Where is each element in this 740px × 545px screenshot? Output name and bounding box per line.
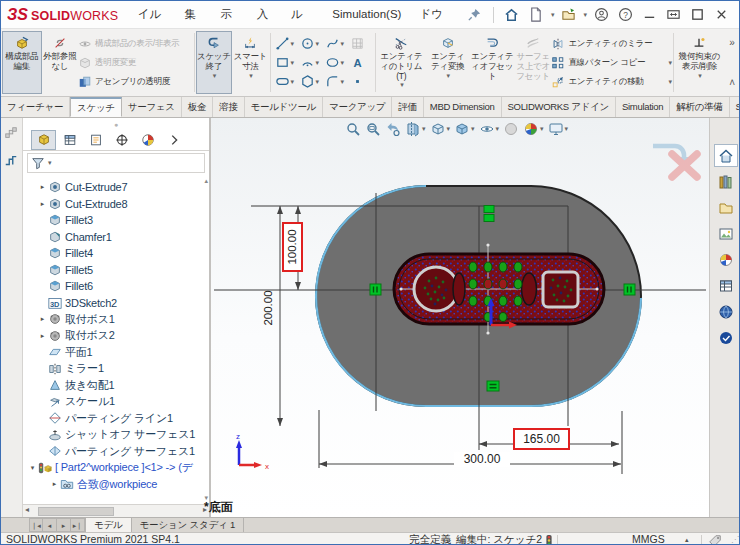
slot-tool-button[interactable]: ▾ bbox=[274, 73, 297, 91]
dim-height-inner[interactable]: 100.00 bbox=[286, 229, 298, 264]
next-tab-icon[interactable]: ▸ bbox=[57, 518, 71, 532]
change-transparency-button[interactable]: 透明度変更 bbox=[78, 54, 192, 71]
displaymanager-tab[interactable] bbox=[135, 130, 160, 150]
expand-arrow-icon[interactable]: ▸ bbox=[37, 183, 48, 191]
scroll-left-icon[interactable]: ◂ bbox=[25, 505, 29, 514]
minimize-icon[interactable] bbox=[639, 5, 659, 25]
propertymanager-tab[interactable] bbox=[57, 130, 82, 150]
section-view-button[interactable]: ▾ bbox=[404, 120, 427, 138]
linear-pattern-button[interactable]: 直線パターン コピー ▾ bbox=[551, 53, 671, 72]
tree-item[interactable]: パーティング ライン1 bbox=[23, 410, 209, 427]
tree-item[interactable]: ▸取付ボス2 bbox=[23, 328, 209, 345]
show-hide-components-button[interactable]: 構成部品の表示/非表示 bbox=[78, 35, 192, 52]
view-settings-button[interactable]: ▾ bbox=[547, 120, 570, 138]
span-displays-icon[interactable] bbox=[663, 5, 683, 25]
tree-item[interactable]: 平面1 bbox=[23, 344, 209, 361]
apply-scene-button[interactable]: ▾ bbox=[522, 120, 545, 138]
prev-tab-icon[interactable]: ◂ bbox=[43, 518, 57, 532]
maximize-icon[interactable] bbox=[687, 5, 707, 25]
tab-サーフェス[interactable]: サーフェス bbox=[122, 97, 182, 117]
taskpane-home-button[interactable] bbox=[714, 144, 738, 167]
help-icon[interactable]: ? bbox=[615, 5, 635, 25]
tree-item[interactable]: Fillet6 bbox=[23, 278, 209, 295]
view-palette-button[interactable] bbox=[714, 222, 738, 245]
last-tab-icon[interactable]: ▸❘ bbox=[71, 518, 85, 532]
convert-entities-button[interactable]: エンティティ変換 ▾ bbox=[426, 31, 469, 94]
tree-item[interactable]: シャットオフ サーフェス1 bbox=[23, 427, 209, 444]
new-document-icon[interactable] bbox=[526, 5, 546, 25]
tree-item[interactable]: ミラー1 bbox=[23, 361, 209, 378]
open-document-icon[interactable] bbox=[558, 5, 578, 25]
tab-SOLIDWORKS ...[interactable]: SOLIDWORKS ... bbox=[730, 97, 740, 117]
offset-entities-button[interactable]: エンティティオフセット bbox=[469, 31, 514, 94]
solidworks-forum-button[interactable] bbox=[714, 300, 738, 323]
mirror-entities-button[interactable]: エンティティのミラー bbox=[551, 34, 671, 53]
tab-Simulation[interactable]: Simulation bbox=[616, 97, 670, 117]
tree-item[interactable]: ▸取付ボス1 bbox=[23, 311, 209, 328]
dim-width-inner[interactable]: 165.00 bbox=[523, 432, 560, 446]
resize-grip[interactable]: ⋰ bbox=[731, 533, 740, 545]
featuremanager-tab[interactable] bbox=[31, 130, 56, 150]
spline-tool-button[interactable]: ▾ bbox=[324, 35, 347, 53]
scrollbar-thumb[interactable] bbox=[38, 507, 114, 516]
tab-モールドツール[interactable]: モールドツール bbox=[245, 97, 324, 117]
menu-Simulation(S)[interactable]: Simulation(S) bbox=[323, 1, 410, 28]
tree-item[interactable]: Fillet4 bbox=[23, 245, 209, 262]
graphics-viewport[interactable]: ▾▾▾▾▾▾ bbox=[211, 118, 709, 517]
arc-tool-button[interactable]: ▾ bbox=[299, 54, 322, 72]
exit-sketch-button[interactable]: スケッチ終了 ▾ bbox=[196, 31, 233, 94]
dimxpertmanager-tab[interactable] bbox=[109, 130, 134, 150]
design-library-button[interactable] bbox=[714, 170, 738, 193]
smart-dimension-button[interactable]: スマート寸法 ▾ bbox=[232, 31, 269, 94]
ellipse-tool-button[interactable]: ▾ bbox=[324, 54, 347, 72]
polygon-tool-button[interactable]: ▾ bbox=[299, 73, 322, 91]
dim-width-outer[interactable]: 300.00 bbox=[464, 452, 501, 466]
tree-item[interactable]: ▸Cut-Extrude7 bbox=[23, 179, 209, 196]
tree-item[interactable]: パーティング サーフェス1 bbox=[23, 443, 209, 460]
display-delete-relations-button[interactable]: 幾何拘束の表示/削除 ▾ bbox=[675, 31, 724, 94]
model-tab[interactable]: モデル bbox=[85, 518, 132, 532]
tree-item[interactable]: ▸Cut-Extrude8 bbox=[23, 196, 209, 213]
tree-item[interactable]: Chamfer1 bbox=[23, 229, 209, 246]
sketch-fillet-tool-button[interactable]: ▾ bbox=[324, 73, 347, 91]
tag-icon[interactable] bbox=[708, 534, 722, 545]
previous-view-button[interactable] bbox=[384, 120, 402, 138]
circle-tool-button[interactable]: ▾ bbox=[299, 35, 322, 53]
zoom-to-fit-button[interactable] bbox=[344, 120, 362, 138]
assembly-transparency-button[interactable]: アセンブリの透明度 bbox=[78, 73, 192, 90]
expand-arrow-icon[interactable]: ▸ bbox=[37, 332, 48, 340]
mesh-tool-button[interactable] bbox=[349, 35, 372, 53]
expand-arrow-icon[interactable]: ▸ bbox=[37, 315, 48, 323]
expand-arrow-icon[interactable]: ▾ bbox=[27, 464, 38, 472]
close-icon[interactable] bbox=[711, 5, 731, 25]
line-tool-button[interactable]: ▾ bbox=[274, 35, 297, 53]
molded-part[interactable] bbox=[394, 243, 604, 334]
filter-dropdown-icon[interactable]: ▾ bbox=[48, 159, 52, 167]
tab-板金[interactable]: 板金 bbox=[182, 97, 213, 117]
ribbon-collapse-button[interactable]: ˄ bbox=[726, 77, 738, 88]
display-style-button[interactable]: ▾ bbox=[453, 120, 476, 138]
motion-study-tab[interactable]: モーション スタディ 1 bbox=[132, 518, 244, 532]
view-orientation-button[interactable]: ▾ bbox=[429, 120, 452, 138]
panel-grip[interactable]: ● bbox=[23, 118, 209, 130]
ribbon-overflow-button[interactable]: » bbox=[726, 37, 738, 48]
tree-item[interactable]: スケール1 bbox=[23, 394, 209, 411]
zoom-to-area-button[interactable] bbox=[364, 120, 382, 138]
custom-properties-button[interactable] bbox=[714, 274, 738, 297]
open-document-icon-dropdown[interactable]: ▾ bbox=[583, 11, 587, 19]
tree-item[interactable]: 3D3DSketch2 bbox=[23, 295, 209, 312]
tree-scroll-up-icon[interactable]: ▴ bbox=[204, 177, 208, 185]
confirmation-corner[interactable] bbox=[653, 146, 697, 177]
move-entities-button[interactable]: エンティティの移動 ▾ bbox=[551, 72, 671, 91]
panel-tabs-more[interactable] bbox=[161, 130, 186, 150]
tab-マークアップ[interactable]: マークアップ bbox=[323, 97, 392, 117]
marketplace-button[interactable] bbox=[714, 326, 738, 349]
no-external-references-button[interactable]: 外部参照なし bbox=[42, 31, 79, 94]
assembly-tool-icon[interactable] bbox=[4, 126, 18, 140]
edit-appearance-button[interactable] bbox=[502, 120, 520, 138]
file-explorer-button[interactable] bbox=[714, 196, 738, 219]
account-icon[interactable] bbox=[591, 5, 611, 25]
tree-item[interactable]: ▸合致@workpiece bbox=[23, 476, 209, 493]
tab-評価[interactable]: 評価 bbox=[392, 97, 423, 117]
home-icon[interactable] bbox=[502, 5, 522, 25]
